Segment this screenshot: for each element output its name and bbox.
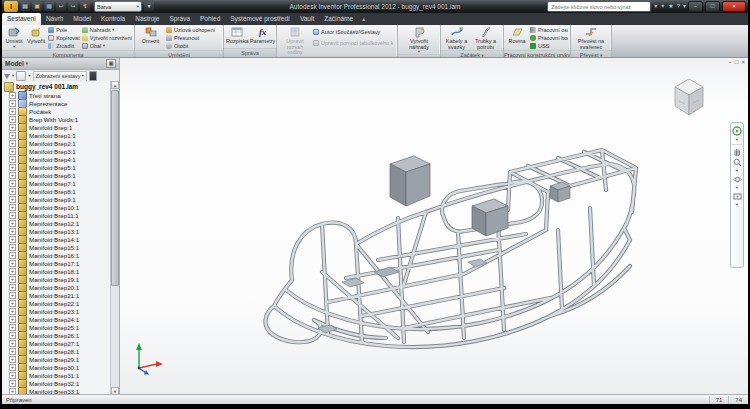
tree-item[interactable]: + Reprezentace: [2, 99, 111, 107]
move-button[interactable]: Přesunout: [166, 34, 218, 42]
assembly-view-dropdown[interactable]: Zobrazení sestavy▾: [33, 71, 87, 82]
browser-mode-icon[interactable]: [16, 71, 26, 81]
expand-icon[interactable]: +: [9, 188, 16, 195]
expand-icon[interactable]: +: [9, 348, 16, 355]
orbit-icon[interactable]: [733, 175, 742, 184]
expand-icon[interactable]: +: [9, 164, 16, 171]
tree-item[interactable]: + Manifold Brep13:1: [2, 227, 111, 235]
mirror-button[interactable]: Zrcadlit: [48, 42, 80, 50]
tree-item[interactable]: + Manifold Brep18:1: [2, 267, 111, 275]
tree-item[interactable]: + Manifold Brep21:1: [2, 291, 111, 299]
work-axis-button[interactable]: Pracovní osa: [530, 26, 568, 34]
expand-icon[interactable]: +: [9, 300, 16, 307]
expand-icon[interactable]: +: [9, 380, 16, 387]
tree-item[interactable]: + Manifold Brep17:1: [2, 259, 111, 267]
tree-item[interactable]: + Manifold Brep15:1: [2, 243, 111, 251]
favorites-star-icon[interactable]: ★: [668, 2, 673, 11]
tree-item[interactable]: + Manifold Brep25:1: [2, 323, 111, 331]
qat-customize-icon[interactable]: ▾: [144, 2, 154, 11]
create-component-button[interactable]: Vytvořit: [26, 26, 46, 45]
expand-icon[interactable]: +: [9, 148, 16, 155]
search-icon[interactable]: ▾: [654, 2, 657, 11]
expand-icon[interactable]: +: [9, 116, 16, 123]
ribbon-tab[interactable]: Pohled: [195, 13, 225, 25]
ucs-button[interactable]: USS: [530, 42, 568, 50]
place-component-button[interactable]: Umístit▾: [4, 26, 24, 49]
ribbon-tab[interactable]: Vault: [295, 13, 319, 25]
work-plane-button[interactable]: Rovina: [506, 26, 528, 45]
expand-icon[interactable]: +: [9, 340, 16, 347]
browser-options-icon[interactable]: [89, 71, 97, 81]
scrollbar-thumb[interactable]: [111, 90, 119, 286]
tree-item[interactable]: + Počátek: [2, 107, 111, 115]
help-menu-icon[interactable]: ▾: [683, 2, 686, 11]
bom-button[interactable]: Rozpiska: [226, 26, 249, 45]
expand-icon[interactable]: +: [9, 236, 16, 243]
graphics-viewport[interactable]: − □ ×: [120, 58, 748, 395]
tree-item[interactable]: + Manifold Brep29:1: [2, 355, 111, 363]
tree-item[interactable]: + Manifold Brep28:1: [2, 347, 111, 355]
filter-icon[interactable]: [4, 74, 10, 79]
tree-item[interactable]: + Manifold Brep9:1: [2, 195, 111, 203]
tree-item[interactable]: + Manifold Brep24:1: [2, 315, 111, 323]
steering-wheel-icon[interactable]: [732, 126, 742, 136]
expand-icon[interactable]: +: [9, 108, 16, 115]
expand-icon[interactable]: +: [9, 156, 16, 163]
ipart-author-button[interactable]: Autor iSoučásti/iSestavy: [313, 26, 393, 37]
expand-icon[interactable]: +: [9, 180, 16, 187]
search-input[interactable]: [547, 1, 651, 12]
tree-item[interactable]: + Manifold Brep1:1: [2, 131, 111, 139]
ribbon-tab[interactable]: Model: [68, 13, 96, 25]
doc-restore-icon[interactable]: □: [735, 59, 739, 65]
ribbon-tab[interactable]: Návrh: [41, 13, 68, 25]
expand-icon[interactable]: +: [9, 356, 16, 363]
edit-family-scope-button[interactable]: Upravit rozsah rodiny: [279, 26, 311, 56]
expand-icon[interactable]: +: [9, 308, 16, 315]
chevron-down-icon[interactable]: ▾: [736, 186, 738, 190]
buggy-frame-model[interactable]: [258, 102, 650, 374]
expand-icon[interactable]: +: [9, 260, 16, 267]
tree-item[interactable]: + Manifold Brep14:1: [2, 235, 111, 243]
chevron-down-icon[interactable]: ▾: [736, 203, 738, 207]
tree-item[interactable]: + Manifold Brep23:1: [2, 307, 111, 315]
ribbon-tab[interactable]: Nástroje: [130, 13, 164, 25]
create-substitutes-button[interactable]: Vytvořit náhrady▾: [402, 26, 436, 54]
tree-item[interactable]: + Manifold Brep2:1: [2, 139, 111, 147]
minimize-button[interactable]: −: [688, 1, 703, 12]
replace-button[interactable]: Nahradit ▾: [82, 26, 132, 34]
tree-item[interactable]: + Manifold Brep30:1: [2, 363, 111, 371]
scroll-up-icon[interactable]: ▲: [111, 81, 119, 89]
expand-icon[interactable]: +: [9, 92, 16, 99]
tree-item[interactable]: + Manifold Brep26:1: [2, 331, 111, 339]
expand-icon[interactable]: +: [9, 220, 16, 227]
ribbon-tab[interactable]: Začínáme: [319, 13, 358, 25]
expand-icon[interactable]: +: [9, 372, 16, 379]
update-icon[interactable]: ↯: [80, 2, 90, 11]
browser-scrollbar[interactable]: ▲ ▼: [110, 81, 119, 395]
close-button[interactable]: ×: [722, 1, 746, 12]
tree-item[interactable]: + Brep With Voids:1: [2, 115, 111, 123]
browser-header[interactable]: Model▾ ▣: [2, 58, 119, 70]
help-icon[interactable]: ?: [677, 2, 680, 11]
ribbon-minimize-icon[interactable]: ▴: [362, 13, 365, 25]
application-menu-button[interactable]: I: [4, 1, 18, 12]
expand-icon[interactable]: +: [9, 196, 16, 203]
tree-item[interactable]: + Manifold Brep12:1: [2, 219, 111, 227]
chevron-down-icon[interactable]: ▾: [736, 169, 738, 173]
expand-icon[interactable]: +: [9, 124, 16, 131]
parameters-button[interactable]: fx Parametry: [251, 26, 275, 45]
tree-item[interactable]: + Manifold Brep19:1: [2, 275, 111, 283]
constrain-button[interactable]: Omezit: [137, 26, 164, 45]
cables-harness-button[interactable]: Kabely a svazky: [443, 26, 470, 50]
expand-icon[interactable]: +: [9, 332, 16, 339]
expand-icon[interactable]: +: [9, 244, 16, 251]
expand-icon[interactable]: +: [9, 100, 16, 107]
expand-icon[interactable]: +: [9, 228, 16, 235]
expand-icon[interactable]: +: [9, 132, 16, 139]
look-at-icon[interactable]: [733, 192, 742, 201]
pan-hand-icon[interactable]: [733, 147, 742, 156]
expand-icon[interactable]: +: [9, 252, 16, 259]
tree-item[interactable]: + Manifold Brep27:1: [2, 339, 111, 347]
color-override-dropdown[interactable]: Barva▾: [94, 1, 142, 12]
ribbon-tab[interactable]: Správa: [164, 13, 195, 25]
